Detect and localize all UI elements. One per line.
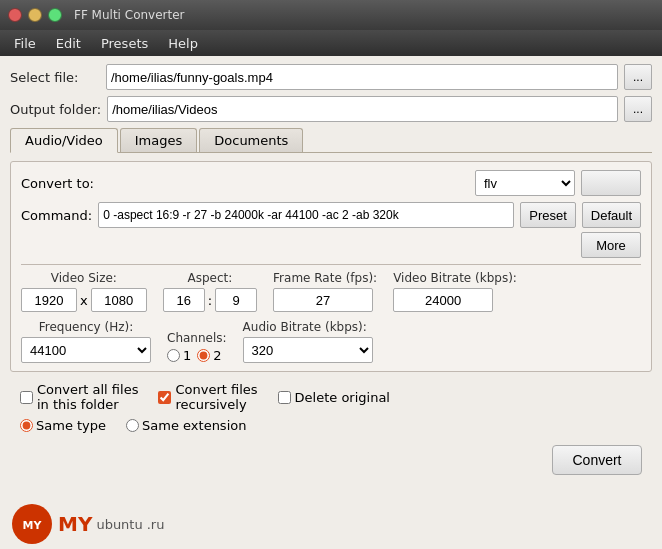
- menubar: File Edit Presets Help: [0, 30, 662, 56]
- convert-recursively-checkbox[interactable]: [158, 391, 171, 404]
- convert-all-label: Convert all filesin this folder: [37, 382, 138, 412]
- watermark-ubuntu: ubuntu: [96, 517, 142, 532]
- tabs: Audio/Video Images Documents: [10, 128, 652, 153]
- video-width-input[interactable]: [21, 288, 77, 312]
- preset-button[interactable]: Preset: [520, 202, 576, 228]
- channel-2-label: 2: [213, 348, 221, 363]
- channel-1-group: 1: [167, 348, 191, 363]
- video-size-inputs: x: [21, 288, 147, 312]
- aspect-width-input[interactable]: [163, 288, 205, 312]
- fps-label: Frame Rate (fps):: [273, 271, 377, 285]
- output-folder-label: Output folder:: [10, 102, 101, 117]
- same-type-radio[interactable]: [20, 419, 33, 432]
- frequency-label: Frequency (Hz):: [21, 320, 151, 334]
- channels-group: Channels: 1 2: [167, 331, 227, 363]
- divider: [21, 264, 641, 265]
- delete-original-checkbox[interactable]: [278, 391, 291, 404]
- convert-recursively-label: Convert filesrecursively: [175, 382, 257, 412]
- channel-1-label: 1: [183, 348, 191, 363]
- audio-bitrate-select[interactable]: 320 64 128 192 256: [243, 337, 373, 363]
- same-extension-label: Same extension: [142, 418, 246, 433]
- menu-presets[interactable]: Presets: [91, 33, 158, 54]
- watermark-my: MY: [58, 512, 92, 536]
- command-row: Command: Preset Default: [21, 202, 641, 228]
- menu-help[interactable]: Help: [158, 33, 208, 54]
- size-x-separator: x: [80, 293, 88, 308]
- video-bitrate-inputs: [393, 288, 517, 312]
- command-input[interactable]: [98, 202, 514, 228]
- fps-inputs: [273, 288, 377, 312]
- output-folder-input[interactable]: [107, 96, 618, 122]
- output-folder-browse-button[interactable]: ...: [624, 96, 652, 122]
- convert-recursively-group: Convert filesrecursively: [158, 382, 257, 412]
- more-row: More: [21, 232, 641, 258]
- convert-button-row: Convert: [10, 441, 652, 483]
- checkboxes-row: Convert all filesin this folder Convert …: [10, 378, 652, 416]
- convert-to-label: Convert to:: [21, 176, 469, 191]
- audio-bitrate-label: Audio Bitrate (kbps):: [243, 320, 373, 334]
- main-content: Select file: ... Output folder: ... Audi…: [0, 56, 662, 491]
- more-button[interactable]: More: [581, 232, 641, 258]
- channel-2-radio[interactable]: [197, 349, 210, 362]
- video-bitrate-label: Video Bitrate (kbps):: [393, 271, 517, 285]
- fps-group: Frame Rate (fps):: [273, 271, 377, 312]
- channel-1-radio[interactable]: [167, 349, 180, 362]
- aspect-colon-separator: :: [208, 293, 212, 308]
- video-height-input[interactable]: [91, 288, 147, 312]
- output-folder-row: Output folder: ...: [10, 96, 652, 122]
- video-size-label: Video Size:: [21, 271, 147, 285]
- command-label: Command:: [21, 208, 92, 223]
- same-extension-radio[interactable]: [126, 419, 139, 432]
- delete-original-group: Delete original: [278, 390, 390, 405]
- tab-images[interactable]: Images: [120, 128, 198, 152]
- video-size-group: Video Size: x: [21, 271, 147, 312]
- menu-file[interactable]: File: [4, 33, 46, 54]
- watermark-domain: .ru: [147, 517, 165, 532]
- same-type-group: Same type: [20, 418, 106, 433]
- aspect-height-input[interactable]: [215, 288, 257, 312]
- window-title: FF Multi Converter: [74, 8, 185, 22]
- convert-to-row: Convert to: flv mp4 avi mkv mp3 ogg: [21, 170, 641, 196]
- aspect-inputs: :: [163, 288, 257, 312]
- conversion-section: Convert to: flv mp4 avi mkv mp3 ogg Comm…: [10, 161, 652, 372]
- tab-documents[interactable]: Documents: [199, 128, 303, 152]
- channel-2-group: 2: [197, 348, 221, 363]
- channels-label: Channels:: [167, 331, 227, 345]
- svg-text:MY: MY: [23, 519, 43, 532]
- titlebar: FF Multi Converter: [0, 0, 662, 30]
- aspect-group: Aspect: :: [163, 271, 257, 312]
- format-select[interactable]: flv mp4 avi mkv mp3 ogg: [475, 170, 575, 196]
- watermark: MY MY ubuntu .ru: [0, 499, 164, 549]
- close-button[interactable]: [8, 8, 22, 22]
- frequency-select[interactable]: 44100 8000 11025 22050 48000: [21, 337, 151, 363]
- same-row: Same type Same extension: [10, 416, 652, 441]
- audio-bitrate-group: Audio Bitrate (kbps): 320 64 128 192 256: [243, 320, 373, 363]
- convert-all-group: Convert all filesin this folder: [20, 382, 138, 412]
- select-file-input[interactable]: [106, 64, 618, 90]
- select-file-label: Select file:: [10, 70, 100, 85]
- maximize-button[interactable]: [48, 8, 62, 22]
- video-bitrate-input[interactable]: [393, 288, 493, 312]
- frequency-group: Frequency (Hz): 44100 8000 11025 22050 4…: [21, 320, 151, 363]
- tab-audio-video[interactable]: Audio/Video: [10, 128, 118, 153]
- same-extension-group: Same extension: [126, 418, 246, 433]
- fps-input[interactable]: [273, 288, 373, 312]
- format-action-button[interactable]: [581, 170, 641, 196]
- video-bitrate-group: Video Bitrate (kbps):: [393, 271, 517, 312]
- delete-original-label: Delete original: [295, 390, 390, 405]
- same-type-label: Same type: [36, 418, 106, 433]
- select-file-row: Select file: ...: [10, 64, 652, 90]
- aspect-label: Aspect:: [163, 271, 257, 285]
- channels-radios: 1 2: [167, 348, 227, 363]
- select-file-browse-button[interactable]: ...: [624, 64, 652, 90]
- convert-button[interactable]: Convert: [552, 445, 642, 475]
- minimize-button[interactable]: [28, 8, 42, 22]
- default-button[interactable]: Default: [582, 202, 641, 228]
- convert-all-checkbox[interactable]: [20, 391, 33, 404]
- menu-edit[interactable]: Edit: [46, 33, 91, 54]
